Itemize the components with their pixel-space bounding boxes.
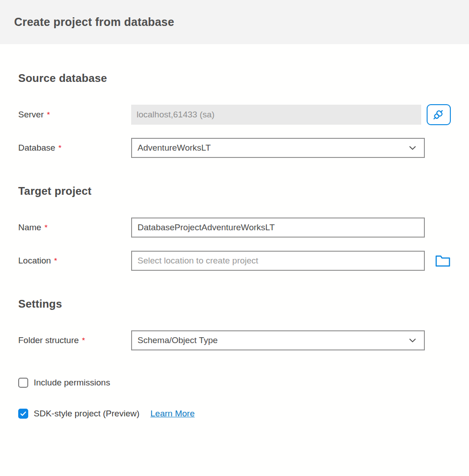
name-label: Name* bbox=[18, 223, 131, 233]
required-asterisk: * bbox=[47, 111, 50, 119]
browse-folder-button[interactable] bbox=[435, 254, 451, 268]
database-dropdown-value: AdventureWorksLT bbox=[138, 143, 211, 153]
dialog-body: Source database Server* Database* bbox=[0, 71, 469, 419]
connect-server-button[interactable] bbox=[427, 104, 451, 125]
location-input[interactable] bbox=[131, 251, 425, 271]
location-row: Location* bbox=[18, 251, 451, 271]
chevron-down-icon bbox=[408, 335, 418, 345]
database-dropdown[interactable]: AdventureWorksLT bbox=[131, 138, 425, 158]
sdk-style-label[interactable]: SDK-style project (Preview) bbox=[34, 409, 139, 419]
learn-more-link[interactable]: Learn More bbox=[150, 409, 194, 419]
database-row: Database* AdventureWorksLT bbox=[18, 138, 451, 158]
checkmark-icon bbox=[20, 410, 27, 417]
include-permissions-row: Include permissions bbox=[18, 378, 451, 388]
section-heading-source-database: Source database bbox=[18, 71, 451, 85]
server-label-text: Server bbox=[18, 110, 44, 119]
chevron-down-icon bbox=[408, 143, 418, 153]
include-permissions-label[interactable]: Include permissions bbox=[34, 378, 110, 388]
name-row: Name* bbox=[18, 218, 451, 238]
server-label: Server* bbox=[18, 110, 131, 120]
project-name-input[interactable] bbox=[131, 218, 425, 238]
server-row: Server* bbox=[18, 104, 451, 125]
folder-structure-row: Folder structure* Schema/Object Type bbox=[18, 330, 451, 350]
checkmark-icon bbox=[20, 379, 27, 386]
name-label-text: Name bbox=[18, 223, 41, 232]
sdk-style-row: SDK-style project (Preview) Learn More bbox=[18, 409, 451, 419]
required-asterisk: * bbox=[54, 257, 57, 265]
folder-structure-dropdown-value: Schema/Object Type bbox=[138, 335, 218, 345]
database-label: Database* bbox=[18, 143, 131, 153]
required-asterisk: * bbox=[45, 223, 48, 232]
folder-structure-label: Folder structure* bbox=[18, 335, 131, 345]
location-label: Location* bbox=[18, 256, 131, 266]
dialog-header: Create project from database bbox=[0, 0, 469, 44]
folder-structure-dropdown[interactable]: Schema/Object Type bbox=[131, 330, 425, 350]
folder-icon bbox=[435, 254, 451, 268]
location-label-text: Location bbox=[18, 256, 51, 265]
required-asterisk: * bbox=[58, 144, 61, 152]
required-asterisk: * bbox=[82, 336, 85, 345]
section-heading-target-project: Target project bbox=[18, 184, 451, 198]
plug-icon bbox=[432, 108, 445, 122]
server-input bbox=[131, 105, 421, 125]
sdk-style-checkbox[interactable] bbox=[18, 409, 28, 419]
folder-structure-label-text: Folder structure bbox=[18, 335, 79, 345]
dialog-title: Create project from database bbox=[14, 15, 174, 29]
section-heading-settings: Settings bbox=[18, 297, 451, 311]
database-label-text: Database bbox=[18, 143, 55, 152]
include-permissions-checkbox[interactable] bbox=[18, 378, 28, 388]
